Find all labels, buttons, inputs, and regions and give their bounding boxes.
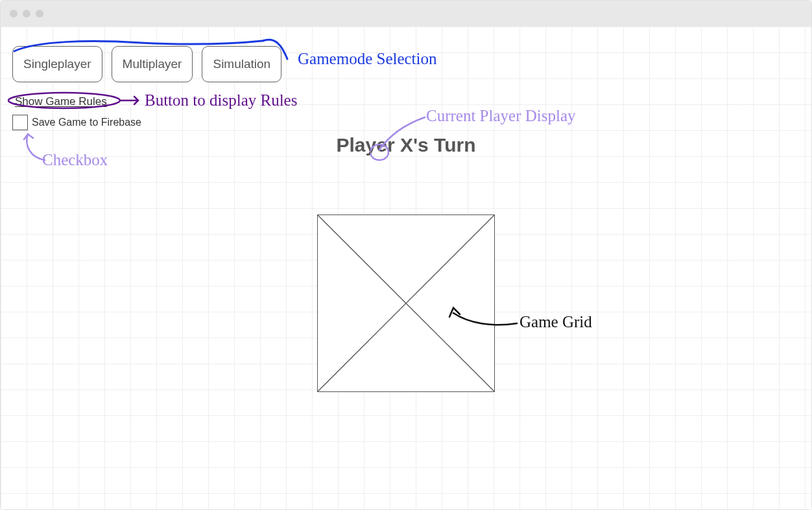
annotation-grid: Game Grid xyxy=(519,313,592,331)
tab-simulation[interactable]: Simulation xyxy=(202,46,281,82)
window-close-icon[interactable] xyxy=(10,10,18,17)
tab-singleplayer[interactable]: Singleplayer xyxy=(12,46,102,82)
save-firebase-checkbox[interactable]: Save Game to Firebase xyxy=(12,115,141,130)
game-grid[interactable] xyxy=(317,214,495,392)
window-minimize-icon[interactable] xyxy=(23,10,30,17)
canvas: Singleplayer Multiplayer Simulation Show… xyxy=(1,27,811,509)
show-rules-button[interactable]: Show Game Rules xyxy=(15,95,107,108)
window-maximize-icon[interactable] xyxy=(36,10,43,17)
window-titlebar xyxy=(1,1,811,27)
gamemode-tabs: Singleplayer Multiplayer Simulation xyxy=(12,46,281,82)
tab-multiplayer[interactable]: Multiplayer xyxy=(112,46,193,82)
image-placeholder-icon xyxy=(318,215,494,391)
current-player-display: Player X's Turn xyxy=(1,134,811,156)
annotation-rules: Button to display Rules xyxy=(145,91,297,110)
annotation-current-player: Current Player Display xyxy=(426,107,576,125)
checkbox-icon[interactable] xyxy=(12,115,28,130)
save-firebase-label: Save Game to Firebase xyxy=(32,117,141,128)
annotation-gamemode: Gamemode Selection xyxy=(298,50,437,68)
